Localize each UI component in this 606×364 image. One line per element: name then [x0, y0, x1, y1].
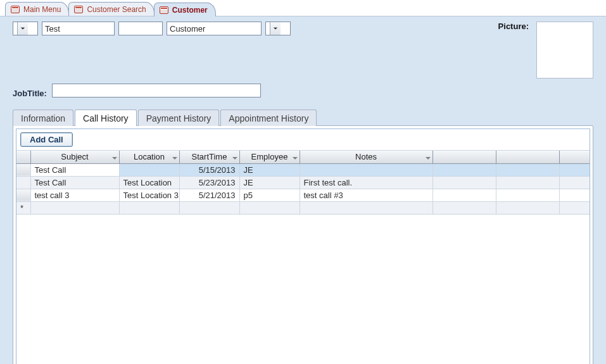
cell-extra[interactable] [496, 163, 559, 176]
suffix-combo[interactable] [265, 22, 291, 35]
row-selector[interactable] [16, 163, 30, 176]
cell-subject[interactable]: Test Call [30, 176, 119, 189]
col-notes[interactable]: Notes [300, 151, 432, 163]
form-icon [160, 6, 168, 14]
col-label: Subject [61, 152, 88, 161]
cell-location[interactable]: Test Location 3 [119, 189, 179, 201]
add-call-row: Add Call [16, 129, 590, 150]
add-call-button[interactable]: Add Call [20, 132, 73, 147]
cell-filler [559, 189, 590, 201]
cell-notes[interactable] [300, 163, 432, 176]
cell-employee[interactable]: JE [239, 176, 300, 189]
form-area: Test Customer Picture: JobTitle: Informa… [0, 16, 606, 364]
col-filler [559, 151, 590, 163]
chevron-down-icon[interactable] [292, 154, 298, 160]
first-name-value: Test [45, 24, 60, 34]
tab-label: Appointment History [229, 113, 308, 123]
call-table: Subject Location StartTime [16, 151, 590, 215]
col-starttime[interactable]: StartTime [179, 151, 239, 163]
job-title-label: JobTitle: [13, 89, 47, 98]
form-icon [11, 6, 20, 13]
object-tab-bar: Main Menu Customer Search Customer [0, 0, 606, 16]
object-tab-label: Main Menu [23, 5, 61, 14]
call-history-panel: Add Call Subject Location [16, 129, 590, 364]
chevron-down-icon[interactable] [111, 154, 118, 160]
cell-start[interactable]: 5/21/2013 [179, 189, 239, 201]
cell-employee[interactable]: p5 [239, 189, 300, 201]
table-row[interactable]: test call 3Test Location 35/21/2013p5tes… [16, 189, 590, 201]
chevron-down-icon[interactable] [270, 22, 281, 35]
middle-name-field[interactable] [118, 22, 163, 35]
object-tab-customer-search[interactable]: Customer Search [68, 2, 154, 16]
sub-tab-bar: Information Call History Payment History… [13, 110, 593, 126]
tab-information[interactable]: Information [13, 110, 73, 126]
cell-location[interactable] [119, 163, 179, 176]
cell-extra[interactable] [432, 163, 496, 176]
object-tab-main-menu[interactable]: Main Menu [5, 2, 69, 16]
cell-empty[interactable] [30, 201, 119, 214]
table-row[interactable]: Test CallTest Location5/23/2013JEFirst t… [16, 176, 590, 189]
tab-payment-history[interactable]: Payment History [138, 110, 220, 126]
cell-subject[interactable]: Test Call [30, 163, 119, 176]
cell-empty[interactable] [496, 201, 559, 214]
chevron-down-icon[interactable] [172, 154, 178, 160]
select-all-corner[interactable] [16, 151, 30, 163]
chevron-down-icon[interactable] [425, 154, 431, 160]
name-fields-row: Test Customer Picture: [13, 22, 593, 78]
cell-extra[interactable] [432, 189, 496, 201]
sub-frame: Add Call Subject Location [13, 125, 593, 364]
cell-extra[interactable] [432, 176, 496, 189]
cell-extra[interactable] [496, 189, 559, 201]
col-subject[interactable]: Subject [30, 151, 119, 163]
chevron-down-icon[interactable] [232, 154, 238, 160]
cell-start[interactable]: 5/23/2013 [179, 176, 239, 189]
last-name-field[interactable]: Customer [167, 22, 262, 35]
job-title-field[interactable] [52, 84, 261, 97]
col-employee[interactable]: Employee [239, 151, 300, 163]
object-tab-customer[interactable]: Customer [154, 3, 216, 16]
new-record-row[interactable] [16, 201, 590, 214]
picture-box[interactable] [536, 22, 593, 78]
call-grid: Subject Location StartTime [16, 150, 590, 364]
cell-subject[interactable]: test call 3 [30, 189, 119, 201]
col-extra-2[interactable] [496, 151, 559, 163]
last-name-value: Customer [170, 24, 205, 34]
tab-appointment-history[interactable]: Appointment History [220, 110, 317, 126]
cell-empty [559, 201, 590, 214]
row-selector[interactable] [16, 189, 30, 201]
cell-notes[interactable]: First test call. [300, 176, 432, 189]
picture-block: Picture: [498, 22, 593, 78]
cell-empty[interactable] [179, 201, 239, 214]
cell-filler [559, 176, 590, 189]
object-tab-label: Customer [172, 6, 208, 15]
cell-empty[interactable] [239, 201, 300, 214]
cell-start[interactable]: 5/15/2013 [179, 163, 239, 176]
cell-notes[interactable]: test call #3 [300, 189, 432, 201]
tab-label: Payment History [146, 113, 211, 123]
cell-employee[interactable]: JE [239, 163, 300, 176]
job-title-row: JobTitle: [13, 82, 593, 98]
chevron-down-icon[interactable] [17, 22, 28, 35]
col-label: Employee [251, 152, 288, 161]
col-label: Notes [355, 152, 377, 161]
cell-extra[interactable] [496, 176, 559, 189]
prefix-combo[interactable] [13, 22, 38, 35]
object-tab-label: Customer Search [87, 5, 146, 14]
col-label: Location [134, 152, 165, 161]
cell-location[interactable]: Test Location [119, 176, 179, 189]
col-extra-1[interactable] [432, 151, 496, 163]
row-selector[interactable] [16, 176, 30, 189]
tab-label: Information [21, 113, 65, 123]
cell-empty[interactable] [119, 201, 179, 214]
form-icon [74, 6, 83, 13]
row-selector[interactable] [16, 201, 30, 214]
col-location[interactable]: Location [119, 151, 179, 163]
cell-empty[interactable] [432, 201, 496, 214]
first-name-field[interactable]: Test [42, 22, 115, 35]
cell-filler [559, 163, 590, 176]
cell-empty[interactable] [300, 201, 432, 214]
col-label: StartTime [192, 152, 227, 161]
table-row[interactable]: Test Call5/15/2013JE [16, 163, 590, 176]
tab-call-history[interactable]: Call History [75, 110, 137, 126]
tab-label: Call History [83, 113, 129, 123]
